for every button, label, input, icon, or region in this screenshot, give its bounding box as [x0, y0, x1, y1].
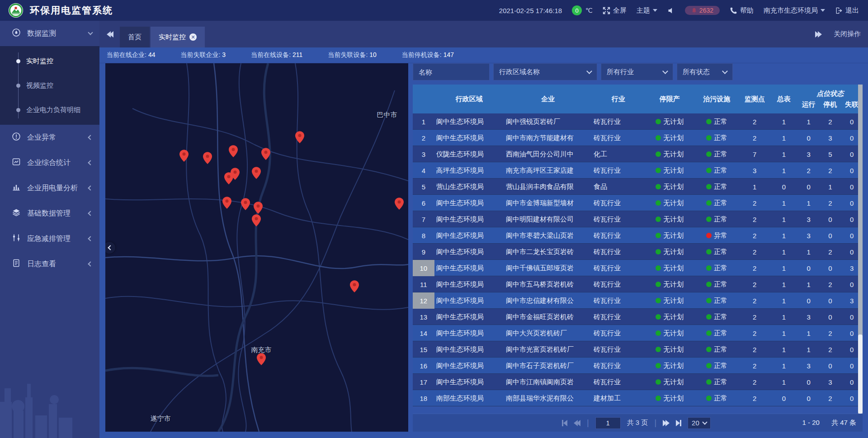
limit-text: 无计划 [663, 297, 684, 304]
map-pin[interactable] [252, 167, 261, 179]
sidebar-item-enterprise-stats[interactable]: 企业综合统计 [0, 150, 99, 175]
map-pin[interactable] [229, 145, 238, 157]
chevron-left-icon [88, 160, 93, 165]
cell-limit: 无计划 [645, 183, 694, 191]
table-row[interactable]: 8阆中生态环境局阆中市枣碧大梁山页岩砖瓦行业无计划异常21300 [413, 227, 863, 244]
map-pin[interactable] [241, 198, 250, 210]
last-page-button[interactable] [676, 420, 681, 426]
sidebar-item-power-analysis[interactable]: 企业用电量分析 [0, 175, 99, 201]
table-row[interactable]: 15阆中生态环境局阆中市光富页岩机砖厂砖瓦行业无计划正常21120 [413, 341, 863, 358]
map-pin[interactable] [257, 353, 266, 365]
cell-meters: 1 [770, 346, 798, 353]
table-row[interactable]: 7阆中生态环境局阆中明阳建材有限公司砖瓦行业无计划正常21300 [413, 211, 863, 227]
cell-meters: 1 [770, 330, 798, 337]
table-scrollbar-track[interactable] [858, 85, 863, 414]
table-row[interactable]: 9阆中生态环境局阆中市二龙长宝页岩砖砖瓦行业无计划正常21120 [413, 244, 863, 260]
sidebar-item-enterprise-abnormal[interactable]: 企业异常 [0, 125, 99, 150]
sidebar-item-label: 企业综合统计 [27, 158, 71, 168]
sidebar-item-power-load-detail[interactable]: 企业电力负荷明细 [0, 98, 99, 122]
name-filter-field[interactable] [413, 63, 490, 80]
table-row[interactable]: 5营山生态环境局营山县润丰肉食品有限食品无计划正常10010 [413, 179, 863, 195]
table-row[interactable]: 1阆中生态环境局阆中强锐页岩砖厂砖瓦行业无计划正常21120 [413, 113, 863, 130]
notification-badge[interactable]: 2632 [685, 6, 720, 15]
map-pin[interactable] [179, 150, 189, 162]
status-dot-green [656, 151, 661, 157]
map-pin[interactable] [254, 202, 263, 214]
sidebar-item-log-view[interactable]: 日志查看 [0, 251, 99, 277]
next-page-button[interactable] [663, 420, 670, 426]
speaker-muted-icon[interactable] [667, 7, 675, 14]
table-row[interactable]: 4高坪生态环境局南充市高坪区王家店建砖瓦行业无计划正常31220 [413, 162, 863, 179]
cell-meters: 1 [770, 199, 798, 207]
gauge-icon [12, 28, 21, 39]
table-row[interactable]: 12阆中生态环境局阆中市忠信建材有限公砖瓦行业无计划正常21003 [413, 292, 863, 309]
sidebar-item-video-monitor[interactable]: 视频监控 [0, 73, 99, 98]
page-size-select[interactable]: 20 [688, 417, 711, 429]
cell-region: 阆中生态环境局 [434, 134, 504, 142]
first-page-button[interactable] [562, 420, 567, 426]
cell-limit: 无计划 [645, 329, 694, 338]
bullet-dot-icon [16, 84, 20, 88]
tab-home[interactable]: 首页 [120, 27, 150, 47]
status-dot-green [706, 282, 712, 287]
org-menu-button[interactable]: 南充市生态环境局 [764, 6, 825, 15]
tabs-scroll-left-button[interactable] [107, 31, 113, 38]
table-row[interactable]: 10阆中生态环境局阆中千佛镇五郎垭页岩砖瓦行业无计划正常21003 [413, 260, 863, 276]
table-row[interactable]: 13阆中生态环境局阆中市金福旺页岩机砖砖瓦行业无计划正常21300 [413, 309, 863, 325]
region-filter-select[interactable]: 行政区域名称 [493, 63, 597, 80]
cell-limit: 无计划 [645, 394, 694, 403]
limit-text: 无计划 [663, 215, 684, 223]
table-row[interactable]: 16阆中生态环境局阆中市石子页岩机砖厂砖瓦行业无计划正常21300 [413, 358, 863, 374]
row-index: 15 [413, 341, 434, 358]
map-pin[interactable] [395, 198, 404, 210]
name-filter-input[interactable] [419, 68, 484, 76]
sidebar-item-data-monitor[interactable]: 数据监测 [0, 21, 99, 46]
map-pin[interactable] [350, 280, 359, 292]
region-filter-value: 行政区域名称 [499, 68, 540, 76]
cell-points: 1 [739, 183, 770, 191]
page-number-input[interactable] [595, 417, 621, 429]
sidebar-item-emergency-reduction[interactable]: 应急减排管理 [0, 226, 99, 251]
industry-filter-select[interactable]: 所有行业 [601, 63, 673, 80]
map-panel[interactable]: 巴中市南充市遂宁市 [105, 63, 408, 432]
help-button[interactable]: 帮助 [730, 6, 754, 15]
table-row[interactable]: 11阆中生态环境局阆中市五马桥页岩机砖砖瓦行业无计划正常21120 [413, 276, 863, 292]
status-filter-select[interactable]: 所有状态 [677, 63, 733, 80]
sidebar-item-realtime-monitor[interactable]: 实时监控 [0, 49, 99, 73]
map-pin[interactable] [203, 152, 212, 164]
map-pin[interactable] [252, 214, 261, 226]
map-pin[interactable] [231, 168, 240, 180]
close-operations-button[interactable]: 关闭操作 [834, 30, 861, 38]
table-row[interactable]: 6阆中生态环境局阆中市金博瑞新型墙材砖瓦行业无计划正常21120 [413, 195, 863, 211]
tab-realtime-monitor[interactable]: 实时监控✕ [151, 27, 205, 47]
cell-points: 2 [739, 297, 770, 305]
cell-run: 2 [798, 167, 820, 174]
sidebar-item-base-data[interactable]: 基础数据管理 [0, 201, 99, 226]
col-points: 监测点 [739, 85, 770, 113]
map-pin[interactable] [295, 131, 304, 143]
double-right-arrow-icon [818, 31, 822, 38]
cell-stop: 2 [819, 346, 841, 353]
table-scrollbar-thumb[interactable] [858, 334, 863, 414]
tab-bar: 首页实时监控✕ 关闭操作 [99, 21, 868, 47]
fullscreen-button[interactable]: 全屏 [603, 6, 627, 15]
map-pin[interactable] [261, 148, 270, 160]
map-pin[interactable] [222, 197, 231, 209]
cell-limit: 无计划 [645, 378, 694, 386]
cell-points: 2 [739, 378, 770, 386]
logout-button[interactable]: 退出 [835, 6, 859, 15]
cell-run: 0 [798, 378, 820, 386]
tabs-scroll-right-button[interactable] [815, 31, 822, 38]
close-icon[interactable]: ✕ [189, 33, 197, 41]
cell-company: 阆中明阳建材有限公司 [504, 215, 592, 224]
prev-page-button[interactable] [574, 420, 580, 426]
cell-company: 阆中市石子页岩机砖厂 [504, 362, 592, 370]
table-row[interactable]: 18南部生态环境局南部县瑞华水泥有限公建材加工无计划正常20020 [413, 390, 863, 406]
table-row[interactable]: 2阆中生态环境局阆中市南方节能建材有砖瓦行业无计划正常21030 [413, 130, 863, 146]
table-row[interactable]: 3仪陇生态环境局西南油气田分公司川中化工无计划正常71350 [413, 146, 863, 162]
cell-points: 2 [739, 232, 770, 240]
col-run: 运行 [798, 99, 820, 114]
theme-menu-button[interactable]: 主题 [637, 6, 657, 15]
table-row[interactable]: 17阆中生态环境局阆中市江南镇阆南页岩砖瓦行业无计划正常21030 [413, 374, 863, 390]
table-row[interactable]: 14阆中生态环境局阆中大兴页岩机砖厂砖瓦行业无计划正常21120 [413, 325, 863, 341]
